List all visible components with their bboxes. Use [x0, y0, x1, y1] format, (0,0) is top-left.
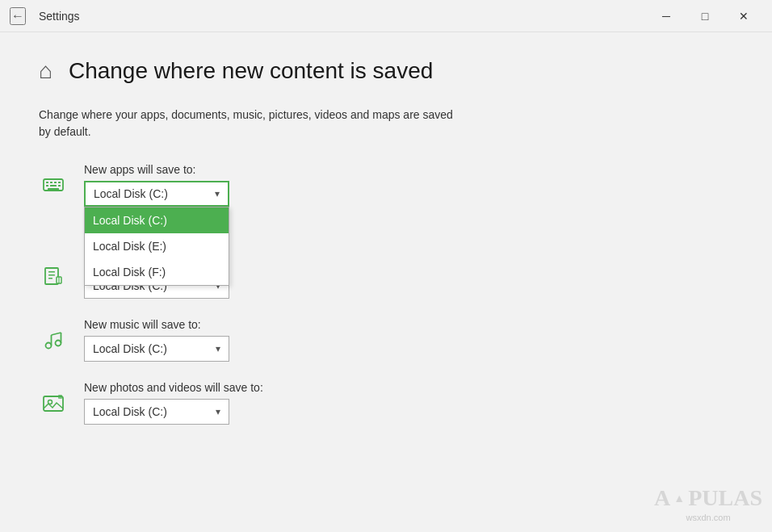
- svg-point-15: [46, 343, 52, 349]
- music-dropdown-wrapper: Local Disk (C:) ▾: [84, 336, 229, 362]
- svg-rect-7: [58, 185, 61, 186]
- page-description: Change where your apps, documents, music…: [39, 107, 459, 140]
- setting-row-photos: New photos and videos will save to: Loca…: [39, 381, 733, 425]
- music-setting-content: New music will save to: Local Disk (C:) …: [84, 318, 229, 362]
- keyboard-icon: [39, 170, 68, 199]
- watermark-url: wsxdn.com: [654, 513, 762, 522]
- main-content: ⌂ Change where new content is saved Chan…: [0, 32, 772, 470]
- svg-rect-10: [48, 271, 55, 273]
- apps-dropdown[interactable]: Local Disk (C:) ▾: [84, 181, 229, 207]
- home-icon: ⌂: [39, 58, 52, 84]
- back-button[interactable]: ←: [10, 7, 26, 25]
- photos-icon: [39, 388, 68, 417]
- svg-rect-8: [48, 188, 59, 190]
- svg-rect-3: [54, 182, 57, 183]
- page-header: ⌂ Change where new content is saved: [39, 58, 733, 84]
- apps-option-e[interactable]: Local Disk (E:): [85, 233, 229, 259]
- svg-rect-11: [48, 274, 55, 276]
- minimize-button[interactable]: ─: [648, 3, 685, 29]
- photos-dropdown-wrapper: Local Disk (C:) ▾: [84, 399, 263, 425]
- close-button[interactable]: ✕: [725, 3, 762, 29]
- page-title: Change where new content is saved: [69, 58, 433, 84]
- photos-dropdown-value: Local Disk (C:): [93, 405, 167, 418]
- svg-line-19: [52, 333, 61, 335]
- music-dropdown-arrow: ▾: [216, 343, 220, 354]
- svg-rect-5: [46, 185, 48, 186]
- watermark: A ▲ PULAS wsxdn.com: [654, 485, 762, 522]
- svg-rect-2: [50, 182, 52, 183]
- photos-dropdown-arrow: ▾: [216, 406, 220, 417]
- music-dropdown-value: Local Disk (C:): [93, 342, 167, 355]
- svg-rect-6: [50, 185, 57, 186]
- music-icon: [39, 325, 68, 354]
- apps-setting-content: New apps will save to: Local Disk (C:) ▾…: [84, 163, 229, 207]
- music-label: New music will save to:: [84, 318, 229, 331]
- apps-dropdown-wrapper: Local Disk (C:) ▾ Local Disk (C:) Local …: [84, 181, 229, 207]
- photos-label: New photos and videos will save to:: [84, 381, 263, 394]
- maximize-button[interactable]: □: [686, 3, 724, 29]
- title-bar: ← Settings ─ □ ✕: [0, 0, 772, 32]
- svg-rect-1: [46, 182, 48, 183]
- setting-row-music: New music will save to: Local Disk (C:) …: [39, 318, 733, 362]
- apps-option-f[interactable]: Local Disk (F:): [85, 259, 229, 285]
- setting-row-apps: New apps will save to: Local Disk (C:) ▾…: [39, 163, 733, 207]
- apps-dropdown-value: Local Disk (C:): [94, 187, 168, 200]
- svg-rect-4: [58, 182, 61, 183]
- photos-setting-content: New photos and videos will save to: Loca…: [84, 381, 263, 425]
- svg-point-16: [56, 341, 61, 346]
- docs-icon: [39, 262, 68, 291]
- apps-option-c[interactable]: Local Disk (C:): [85, 207, 229, 233]
- music-dropdown[interactable]: Local Disk (C:) ▾: [84, 336, 229, 362]
- svg-rect-12: [48, 278, 52, 279]
- svg-rect-22: [58, 395, 62, 399]
- apps-label: New apps will save to:: [84, 163, 229, 176]
- window-controls: ─ □ ✕: [648, 3, 762, 29]
- apps-dropdown-menu: Local Disk (C:) Local Disk (E:) Local Di…: [84, 207, 229, 286]
- title-bar-title: Settings: [39, 10, 80, 23]
- photos-dropdown[interactable]: Local Disk (C:) ▾: [84, 399, 229, 425]
- apps-dropdown-arrow: ▾: [215, 188, 220, 199]
